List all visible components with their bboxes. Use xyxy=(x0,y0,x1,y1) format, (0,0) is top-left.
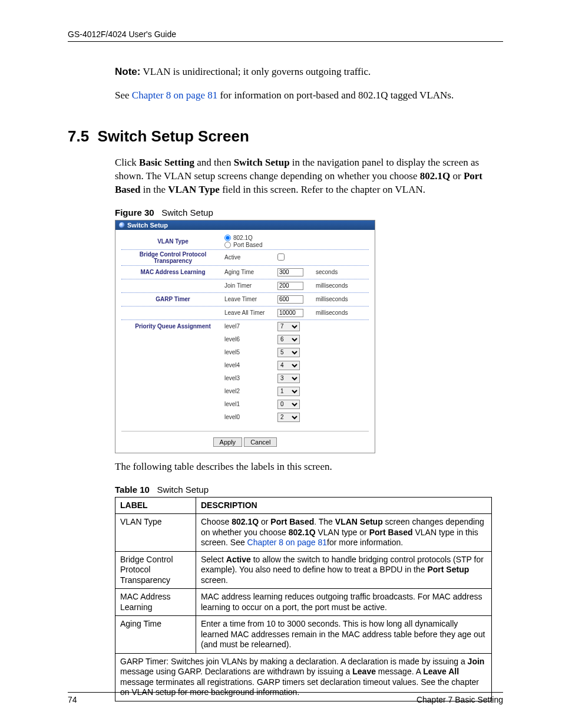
table-caption-text: Switch Setup xyxy=(157,485,209,495)
row-mac-learning: MAC Address Learning Aging Time seconds xyxy=(121,266,369,279)
pqa-label: Priority Queue Assignment xyxy=(121,323,224,330)
note-paragraph: Note: VLAN is unidirectional; it only go… xyxy=(115,65,503,79)
td-label: MAC Address Learning xyxy=(115,589,196,616)
pqa-l2-name: level2 xyxy=(224,388,277,394)
td-desc: Select Active to allow the switch to han… xyxy=(196,551,492,589)
table-row: MAC Address Learning MAC address learnin… xyxy=(115,589,492,616)
row-garp-join: Join Timer milliseconds xyxy=(121,279,369,293)
apply-button[interactable]: Apply xyxy=(213,437,243,447)
figure-caption-text: Switch Setup xyxy=(161,207,213,218)
td-label: VLAN Type xyxy=(115,514,196,552)
table-row: VLAN Type Choose 802.1Q or Port Based. T… xyxy=(115,514,492,552)
row-pqa-1: level1 0 xyxy=(121,398,369,411)
row-bcpt: Bridge Control Protocol Transparency Act… xyxy=(121,250,369,266)
table-row: Aging Time Enter a time from 10 to 3000 … xyxy=(115,616,492,654)
pqa-l5-name: level5 xyxy=(224,349,277,355)
pqa-l2-select[interactable]: 1 xyxy=(277,387,300,396)
table-header-row: LABEL DESCRIPTION xyxy=(115,497,492,514)
pqa-l6-name: level6 xyxy=(224,336,277,342)
td-desc: Choose 802.1Q or Port Based. The VLAN Se… xyxy=(196,514,492,552)
leaveall-sub: Leave All Timer xyxy=(224,309,277,316)
row-pqa-6: level6 6 xyxy=(121,333,369,346)
aging-time-input[interactable] xyxy=(277,268,303,276)
footer-chapter: Chapter 7 Basic Setting xyxy=(416,695,503,704)
pqa-l0-select[interactable]: 2 xyxy=(277,413,300,422)
pqa-l0-name: level0 xyxy=(224,414,277,420)
th-description: DESCRIPTION xyxy=(196,497,492,514)
see-post: for information on port-based and 802.1Q… xyxy=(217,90,454,101)
mac-learning-label: MAC Address Learning xyxy=(121,269,224,275)
see-paragraph: See Chapter 8 on page 81 for information… xyxy=(115,89,503,103)
row-pqa-4: level4 4 xyxy=(121,359,369,372)
garp-label: GARP Timer xyxy=(121,296,224,302)
row-pqa-5: level5 5 xyxy=(121,346,369,359)
row-pqa-0: level0 2 xyxy=(121,411,369,424)
note-label: Note: xyxy=(115,66,140,77)
cancel-button[interactable]: Cancel xyxy=(244,437,277,447)
pqa-l7-select[interactable]: 7 xyxy=(277,322,300,331)
chapter8-link-2[interactable]: Chapter 8 on page 81 xyxy=(247,538,327,547)
section-title: Switch Setup Screen xyxy=(98,127,249,145)
row-garp-leaveall: Leave All Timer milliseconds xyxy=(121,307,369,320)
figure-titlebar-text: Switch Setup xyxy=(127,222,168,229)
see-pre: See xyxy=(115,90,132,101)
vlan-radio-8021q[interactable] xyxy=(224,235,231,241)
vlan-type-options: 802.1Q Port Based xyxy=(224,235,277,248)
leave-sub: Leave Timer xyxy=(224,296,277,302)
row-pqa-2: level2 1 xyxy=(121,385,369,398)
bcpt-label: Bridge Control Protocol Transparency xyxy=(121,251,224,264)
td-label: Aging Time xyxy=(115,616,196,654)
vlan-opt-8021q[interactable]: 802.1Q xyxy=(224,235,277,241)
titlebar-orb-icon xyxy=(119,222,125,228)
switch-setup-figure: Switch Setup VLAN Type 802.1Q Port Based… xyxy=(115,220,375,453)
table-caption: Table 10 Switch Setup xyxy=(115,485,503,495)
pqa-l4-select[interactable]: 4 xyxy=(277,361,300,370)
note-text: VLAN is unidirectional; it only governs … xyxy=(140,66,371,77)
table-row: Bridge Control Protocol Transparency Sel… xyxy=(115,551,492,589)
leave-timer-input[interactable] xyxy=(277,295,303,304)
bcpt-active-checkbox[interactable] xyxy=(277,253,285,261)
figure-button-bar: Apply Cancel xyxy=(121,431,369,447)
row-garp-leave: GARP Timer Leave Timer milliseconds xyxy=(121,293,369,307)
table-label: Table 10 xyxy=(115,485,150,495)
aging-sub: Aging Time xyxy=(224,269,277,275)
section-heading: 7.5 Switch Setup Screen xyxy=(68,127,503,146)
join-timer-input[interactable] xyxy=(277,282,303,290)
figure-label: Figure 30 xyxy=(115,207,154,218)
pqa-l1-name: level1 xyxy=(224,401,277,407)
pqa-l6-select[interactable]: 6 xyxy=(277,335,300,344)
leaveall-unit: milliseconds xyxy=(316,309,348,316)
running-header: GS-4012F/4024 User's Guide xyxy=(68,29,503,39)
td-label: Bridge Control Protocol Transparency xyxy=(115,551,196,589)
row-pqa-7: Priority Queue Assignment level7 7 xyxy=(121,320,369,333)
td-desc: Enter a time from 10 to 3000 seconds. Th… xyxy=(196,616,492,654)
aging-unit: seconds xyxy=(316,269,338,275)
figure-titlebar: Switch Setup xyxy=(115,220,375,230)
vlan-type-label: VLAN Type xyxy=(121,238,224,245)
th-label: LABEL xyxy=(115,497,196,514)
pqa-l3-select[interactable]: 3 xyxy=(277,374,300,383)
chapter8-link[interactable]: Chapter 8 on page 81 xyxy=(132,90,217,101)
vlan-radio-portbased[interactable] xyxy=(224,242,231,248)
row-vlan-type: VLAN Type 802.1Q Port Based xyxy=(121,233,369,250)
bcpt-sub: Active xyxy=(224,254,277,261)
td-desc: MAC address learning reduces outgoing tr… xyxy=(196,589,492,616)
vlan-opt-portbased[interactable]: Port Based xyxy=(224,242,277,248)
after-figure-text: The following table describes the labels… xyxy=(115,460,503,474)
join-sub: Join Timer xyxy=(224,282,277,289)
figure-caption: Figure 30 Switch Setup xyxy=(115,207,503,218)
pqa-l1-select[interactable]: 0 xyxy=(277,400,300,409)
pqa-l3-name: level3 xyxy=(224,375,277,381)
page-footer: 74 Chapter 7 Basic Setting xyxy=(68,692,503,704)
section-number: 7.5 xyxy=(68,127,89,145)
page-number: 74 xyxy=(68,695,77,704)
pqa-l4-name: level4 xyxy=(224,362,277,368)
intro-paragraph: Click Basic Setting and then Switch Setu… xyxy=(115,156,503,197)
pqa-l5-select[interactable]: 5 xyxy=(277,348,300,357)
header-rule xyxy=(68,41,503,42)
leaveall-timer-input[interactable] xyxy=(277,309,303,317)
switch-setup-table: LABEL DESCRIPTION VLAN Type Choose 802.1… xyxy=(115,497,492,701)
pqa-l7-name: level7 xyxy=(224,323,277,330)
row-pqa-3: level3 3 xyxy=(121,372,369,385)
leave-unit: milliseconds xyxy=(316,296,348,302)
